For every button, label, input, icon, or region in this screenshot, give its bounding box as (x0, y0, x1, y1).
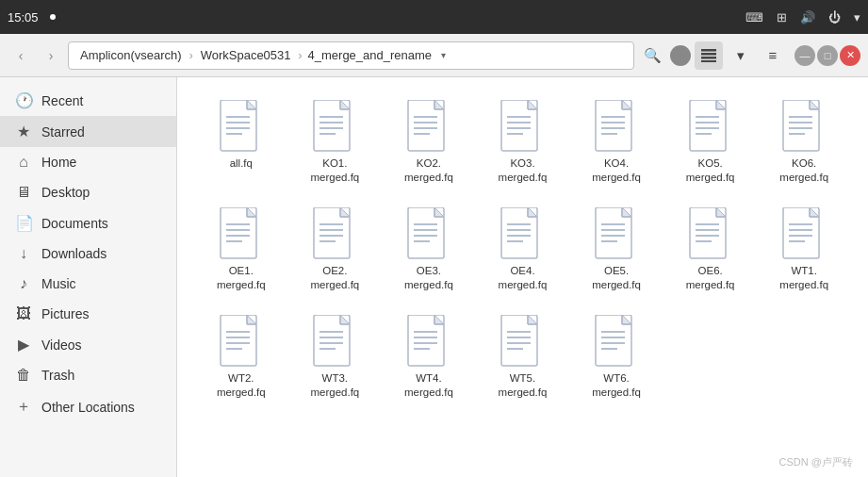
system-tray: ⌨ ⊞ 🔊 ⏻ ▾ (745, 10, 860, 25)
file-item[interactable]: WT4. merged.fq (384, 307, 474, 407)
file-item[interactable]: all.fq (196, 92, 287, 192)
menu-button[interactable]: ≡ (759, 41, 787, 70)
watermark: CSDN @卢严砖 (779, 455, 853, 469)
file-item[interactable]: WT5. merged.fq (478, 307, 568, 407)
maximize-button[interactable]: □ (817, 45, 838, 66)
toolbar: ‹ › Amplicon(vsearch) › WorkSpace0531 › … (0, 34, 868, 77)
other-locations-icon: ＋ (15, 397, 32, 417)
file-name: KO5. merged.fq (686, 156, 735, 185)
file-item[interactable]: KO1. merged.fq (290, 92, 381, 192)
sidebar-label-home: Home (41, 155, 76, 170)
sidebar-label-pictures: Pictures (41, 306, 90, 321)
file-name: OE6. merged.fq (686, 264, 735, 292)
clock: 15:05 (8, 10, 39, 25)
file-icon (781, 207, 827, 260)
svg-rect-0 (701, 49, 716, 52)
sidebar-item-videos[interactable]: ▶ Videos (0, 329, 176, 360)
keyboard-icon: ⌨ (745, 10, 763, 25)
file-item[interactable]: OE6. merged.fq (665, 200, 756, 300)
trash-icon: 🗑 (15, 367, 32, 384)
breadcrumb-workspace[interactable]: WorkSpace0531 (195, 46, 297, 64)
file-icon (500, 100, 545, 153)
file-item[interactable]: KO5. merged.fq (665, 92, 756, 192)
file-icon (406, 100, 451, 153)
list-view-icon (701, 49, 716, 62)
file-icon (406, 207, 451, 260)
documents-icon: 📄 (15, 214, 32, 232)
sidebar-item-trash[interactable]: 🗑 Trash (0, 360, 176, 390)
file-grid: all.fq KO1. merged.fq KO2. merged.fq KO3… (196, 92, 849, 407)
titlebar: 15:05 ⌨ ⊞ 🔊 ⏻ ▾ (0, 0, 868, 34)
search-button[interactable]: 🔍 (638, 41, 666, 70)
file-icon (781, 100, 827, 153)
file-item[interactable]: WT2. merged.fq (196, 307, 287, 407)
file-icon (594, 207, 639, 260)
sidebar-item-other-locations[interactable]: ＋ Other Locations (0, 390, 176, 423)
file-icon (688, 207, 733, 260)
file-item[interactable]: KO6. merged.fq (759, 92, 849, 192)
file-icon (688, 100, 733, 153)
sidebar-item-downloads[interactable]: ↓ Downloads (0, 238, 176, 269)
back-button[interactable]: ‹ (8, 42, 34, 69)
svg-rect-2 (701, 57, 716, 59)
sidebar-item-music[interactable]: ♪ Music (0, 269, 176, 299)
recent-icon: 🕐 (15, 91, 32, 109)
file-item[interactable]: OE1. merged.fq (196, 200, 287, 300)
sidebar-item-home[interactable]: ⌂ Home (0, 147, 176, 177)
file-item[interactable]: OE2. merged.fq (290, 200, 381, 300)
breadcrumb-amplicon[interactable]: Amplicon(vsearch) (74, 46, 188, 64)
music-icon: ♪ (15, 275, 32, 292)
breadcrumb: Amplicon(vsearch) › WorkSpace0531 › 4_me… (68, 41, 634, 70)
file-icon (312, 315, 357, 368)
file-name: all.fq (230, 156, 253, 171)
file-name: WT3. merged.fq (310, 371, 359, 400)
svg-rect-1 (701, 53, 716, 56)
breadcrumb-dropdown-btn[interactable]: ▾ (437, 48, 450, 62)
main-area: 🕐 Recent ★ Starred ⌂ Home 🖥 Desktop 📄 Do… (0, 77, 868, 477)
file-name: KO6. merged.fq (779, 156, 828, 185)
window-controls: — □ ✕ (794, 45, 860, 66)
sidebar-item-starred[interactable]: ★ Starred (0, 116, 176, 147)
file-item[interactable]: KO2. merged.fq (384, 92, 474, 192)
volume-icon: 🔊 (800, 10, 815, 25)
file-item[interactable]: OE3. merged.fq (384, 200, 474, 300)
downloads-icon: ↓ (15, 245, 32, 262)
file-name: OE3. merged.fq (404, 264, 453, 292)
file-item[interactable]: KO4. merged.fq (571, 92, 662, 192)
svg-rect-3 (701, 60, 716, 62)
file-item[interactable]: KO3. merged.fq (478, 92, 568, 192)
network-icon: ⊞ (777, 10, 787, 25)
view-options-button[interactable]: ▾ (727, 41, 755, 70)
file-item[interactable]: WT6. merged.fq (571, 307, 662, 407)
file-name: WT1. merged.fq (779, 264, 828, 292)
home-icon: ⌂ (15, 154, 32, 171)
toolbar-actions: 🔍 ▾ ≡ (638, 41, 787, 70)
file-name: WT2. merged.fq (217, 371, 266, 400)
file-item[interactable]: WT1. merged.fq (759, 200, 849, 300)
user-avatar[interactable] (670, 45, 691, 66)
sidebar-item-pictures[interactable]: 🖼 Pictures (0, 299, 176, 329)
desktop-icon: 🖥 (15, 184, 32, 201)
file-icon (312, 207, 357, 260)
file-icon (500, 207, 545, 260)
file-name: WT6. merged.fq (592, 371, 641, 400)
minimize-button[interactable]: — (794, 45, 815, 66)
file-item[interactable]: OE4. merged.fq (478, 200, 568, 300)
sidebar-item-recent[interactable]: 🕐 Recent (0, 85, 176, 116)
pictures-icon: 🖼 (15, 305, 32, 322)
system-menu-icon[interactable]: ▾ (854, 10, 860, 25)
file-name: KO1. merged.fq (310, 156, 359, 185)
file-name: KO4. merged.fq (592, 156, 641, 185)
list-view-button[interactable] (695, 41, 723, 70)
videos-icon: ▶ (15, 336, 32, 354)
forward-button[interactable]: › (38, 42, 64, 69)
file-icon (219, 100, 264, 153)
power-icon: ⏻ (828, 10, 841, 25)
sidebar-item-documents[interactable]: 📄 Documents (0, 207, 176, 238)
close-button[interactable]: ✕ (840, 45, 860, 66)
file-item[interactable]: OE5. merged.fq (571, 200, 662, 300)
sidebar-item-desktop[interactable]: 🖥 Desktop (0, 177, 176, 207)
file-icon (500, 315, 545, 368)
file-item[interactable]: WT3. merged.fq (290, 307, 381, 407)
file-name: OE4. merged.fq (499, 264, 548, 292)
